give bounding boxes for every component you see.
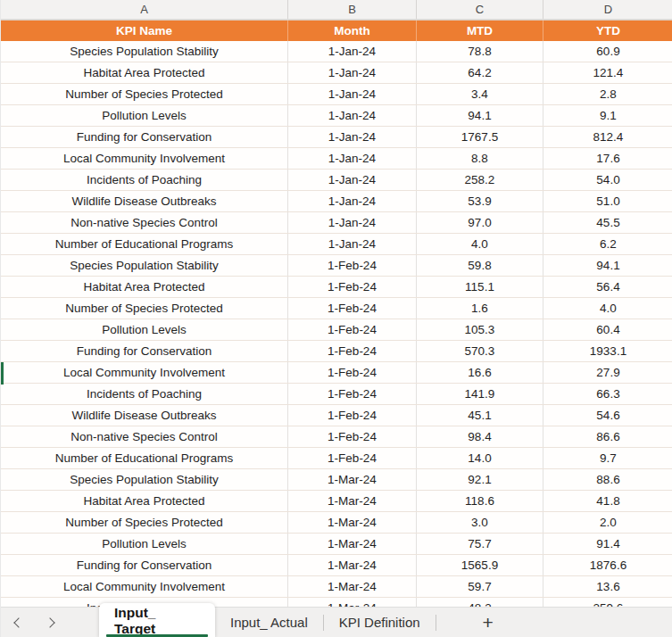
cell-ytd[interactable]: 17.6	[543, 148, 672, 169]
cell-kpi-name[interactable]: Pollution Levels	[1, 105, 288, 126]
cell-mtd[interactable]: 98.4	[417, 426, 543, 447]
cell-mtd[interactable]: 105.3	[417, 319, 543, 340]
cell-ytd[interactable]: 9.1	[543, 105, 672, 126]
cell-kpi-name[interactable]: Funding for Conservation	[1, 555, 288, 575]
cell-ytd[interactable]: 86.6	[543, 426, 672, 447]
cell-mtd[interactable]: 53.9	[417, 191, 543, 211]
cell-kpi-name[interactable]: Number of Species Protected	[1, 512, 288, 533]
cell-ytd[interactable]: 56.4	[543, 277, 672, 297]
cell-mtd[interactable]: 141.9	[417, 384, 543, 404]
cell-kpi-name[interactable]: Number of Educational Programs	[1, 448, 288, 468]
cell-ytd[interactable]: 66.3	[543, 384, 672, 404]
cell-month[interactable]: 1-Mar-24	[288, 576, 417, 597]
cell-month[interactable]: 1-Feb-24	[288, 384, 417, 404]
cell-ytd[interactable]: 41.8	[543, 491, 672, 511]
cell-month[interactable]: 1-Jan-24	[288, 212, 417, 233]
cell-mtd[interactable]: 92.1	[417, 469, 543, 490]
cell-kpi-name[interactable]: Number of Species Protected	[1, 298, 288, 318]
cell-ytd[interactable]: 60.9	[543, 41, 672, 62]
header-cell-mtd[interactable]: MTD	[417, 21, 543, 41]
cell-mtd[interactable]: 1767.5	[417, 127, 543, 147]
cell-mtd[interactable]: 97.0	[417, 212, 543, 233]
cell-month[interactable]: 1-Mar-24	[288, 555, 417, 575]
cell-mtd[interactable]: 115.1	[417, 277, 543, 297]
cell-month[interactable]: 1-Feb-24	[288, 405, 417, 426]
cell-month[interactable]: 1-Mar-24	[288, 534, 417, 554]
cell-ytd[interactable]: 2.0	[543, 512, 672, 533]
cell-kpi-name[interactable]: Incidents of Poaching	[1, 170, 288, 190]
cell-kpi-name[interactable]: Funding for Conservation	[1, 341, 288, 361]
cell-month[interactable]: 1-Jan-24	[288, 41, 417, 62]
cell-mtd[interactable]: 59.8	[417, 255, 543, 276]
cell-month[interactable]: 1-Mar-24	[288, 469, 417, 490]
cell-kpi-name[interactable]: Local Community Involvement	[1, 362, 288, 383]
cell-month[interactable]: 1-Jan-24	[288, 148, 417, 169]
cell-month[interactable]: 1-Feb-24	[288, 319, 417, 340]
cell-month[interactable]: 1-Feb-24	[288, 362, 417, 383]
cell-ytd[interactable]: 1933.1	[543, 341, 672, 361]
cell-ytd[interactable]: 27.9	[543, 362, 672, 383]
cell-mtd[interactable]: 1.6	[417, 298, 543, 318]
cell-month[interactable]: 1-Mar-24	[288, 512, 417, 533]
cell-month[interactable]: 1-Feb-24	[288, 255, 417, 276]
cell-month[interactable]: 1-Feb-24	[288, 298, 417, 318]
cell-kpi-name[interactable]: Incidents of Poaching	[1, 384, 288, 404]
cell-ytd[interactable]: 94.1	[543, 255, 672, 276]
cell-month[interactable]: 1-Jan-24	[288, 170, 417, 190]
header-cell-month[interactable]: Month	[288, 21, 417, 41]
cell-ytd[interactable]: 88.6	[543, 469, 672, 490]
cell-month[interactable]: 1-Jan-24	[288, 234, 417, 254]
prev-sheet-button[interactable]	[10, 616, 24, 630]
cell-ytd[interactable]: 45.5	[543, 212, 672, 233]
cell-kpi-name[interactable]: Habitat Area Protected	[1, 62, 288, 83]
cell-mtd[interactable]: 1565.9	[417, 555, 543, 575]
tab-input-actual[interactable]: Input_ Actual	[215, 608, 323, 637]
cell-kpi-name[interactable]: Species Population Stability	[1, 469, 288, 490]
cell-month[interactable]: 1-Jan-24	[288, 105, 417, 126]
tab-input-target[interactable]: Input_ Target	[99, 603, 215, 637]
cell-ytd[interactable]: 13.6	[543, 576, 672, 597]
tab-kpi-definition[interactable]: KPI Definition	[324, 608, 436, 637]
cell-kpi-name[interactable]: Funding for Conservation	[1, 127, 288, 147]
cell-month[interactable]: 1-Jan-24	[288, 127, 417, 147]
next-sheet-button[interactable]	[44, 616, 58, 630]
cell-mtd[interactable]: 64.2	[417, 62, 543, 83]
cell-kpi-name[interactable]: Non-native Species Control	[1, 212, 288, 233]
cell-mtd[interactable]: 45.1	[417, 405, 543, 426]
cell-kpi-name[interactable]: Pollution Levels	[1, 319, 288, 340]
column-header-c[interactable]: C	[417, 0, 543, 19]
column-header-b[interactable]: B	[288, 0, 417, 19]
add-sheet-button[interactable]: +	[436, 608, 540, 637]
cell-mtd[interactable]: 4.0	[417, 234, 543, 254]
cell-mtd[interactable]: 258.2	[417, 170, 543, 190]
cell-ytd[interactable]: 60.4	[543, 319, 672, 340]
cell-month[interactable]: 1-Feb-24	[288, 426, 417, 447]
cell-kpi-name[interactable]: Local Community Involvement	[1, 576, 288, 597]
cell-month[interactable]: 1-Feb-24	[288, 448, 417, 468]
cell-kpi-name[interactable]: Number of Educational Programs	[1, 234, 288, 254]
cell-month[interactable]: 1-Mar-24	[288, 491, 417, 511]
cell-mtd[interactable]: 14.0	[417, 448, 543, 468]
cell-ytd[interactable]: 91.4	[543, 534, 672, 554]
cell-mtd[interactable]: 59.7	[417, 576, 543, 597]
cell-mtd[interactable]: 78.8	[417, 41, 543, 62]
cell-ytd[interactable]: 54.0	[543, 170, 672, 190]
cell-ytd[interactable]: 812.4	[543, 127, 672, 147]
cell-month[interactable]: 1-Jan-24	[288, 84, 417, 104]
cell-month[interactable]: 1-Feb-24	[288, 277, 417, 297]
header-cell-kpi-name[interactable]: KPI Name	[1, 21, 288, 41]
cell-mtd[interactable]: 570.3	[417, 341, 543, 361]
cell-kpi-name[interactable]: Local Community Involvement	[1, 148, 288, 169]
cell-kpi-name[interactable]: Pollution Levels	[1, 534, 288, 554]
cell-mtd[interactable]: 3.4	[417, 84, 543, 104]
cell-mtd[interactable]: 94.1	[417, 105, 543, 126]
cell-mtd[interactable]: 3.0	[417, 512, 543, 533]
cell-ytd[interactable]: 2.8	[543, 84, 672, 104]
cell-ytd[interactable]: 6.2	[543, 234, 672, 254]
header-cell-ytd[interactable]: YTD	[543, 21, 672, 41]
cell-month[interactable]: 1-Jan-24	[288, 62, 417, 83]
cell-kpi-name[interactable]: Non-native Species Control	[1, 426, 288, 447]
cell-kpi-name[interactable]: Wildlife Disease Outbreaks	[1, 191, 288, 211]
cell-kpi-name[interactable]: Species Population Stability	[1, 255, 288, 276]
cell-kpi-name[interactable]: Habitat Area Protected	[1, 277, 288, 297]
